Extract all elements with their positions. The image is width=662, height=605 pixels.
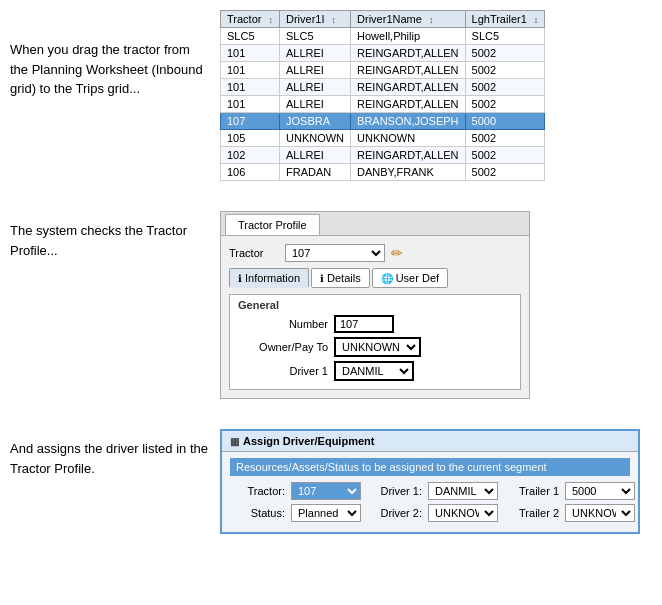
sort-icon-driver1name: ↕ (429, 15, 434, 25)
cell-lghtrl: 5002 (465, 130, 545, 147)
bottom-description: And assigns the driver listed in the Tra… (10, 429, 210, 478)
cell-tractor: 107 (221, 113, 280, 130)
tractor-assign-select[interactable]: 107 (291, 482, 361, 500)
table-row[interactable]: 101ALLREIREINGARDT,ALLEN5002 (221, 79, 545, 96)
table-row[interactable]: SLC5SLC5Howell,PhilipSLC5 (221, 28, 545, 45)
cell-tractor: 101 (221, 96, 280, 113)
cell-tractor: 106 (221, 164, 280, 181)
driver1-label: Driver 1 (238, 365, 328, 377)
field-row-number: Number 107 (238, 315, 512, 333)
table-row[interactable]: 107JOSBRABRANSON,JOSEPH5000 (221, 113, 545, 130)
table-row[interactable]: 101ALLREIREINGARDT,ALLEN5002 (221, 45, 545, 62)
cell-tractor: 101 (221, 45, 280, 62)
cell-lghtrl: SLC5 (465, 28, 545, 45)
cell-driver1name: BRANSON,JOSEPH (351, 113, 465, 130)
tractor-selector[interactable]: 107 (285, 244, 385, 262)
driver2-assign-select[interactable]: UNKNOWN (428, 504, 498, 522)
dialog-subtitle: Resources/Assets/Status to be assigned t… (230, 458, 630, 476)
cell-driver1name: REINGARDT,ALLEN (351, 147, 465, 164)
tab-userdef[interactable]: 🌐 User Def (372, 268, 448, 288)
cell-lghtrl: 5002 (465, 45, 545, 62)
cell-driver1name: REINGARDT,ALLEN (351, 45, 465, 62)
dialog-title-icon: ▦ (230, 436, 239, 447)
status-assign-label: Status: (230, 507, 285, 519)
owner-select[interactable]: UNKNOWN (334, 337, 421, 357)
table-header-row: Tractor ↕ Driver1I ↕ Driver1Name ↕ LghTr… (221, 11, 545, 28)
dialog-body: Resources/Assets/Status to be assigned t… (222, 452, 638, 532)
cell-lghtrl: 5002 (465, 79, 545, 96)
cell-driver1i: ALLREI (280, 96, 351, 113)
col-header-driver1i[interactable]: Driver1I ↕ (280, 11, 351, 28)
status-assign-select[interactable]: Planned (291, 504, 361, 522)
middle-description: The system checks the Tractor Profile... (10, 211, 210, 260)
driver2-assign-label: Driver 2: (367, 507, 422, 519)
dialog-title: Assign Driver/Equipment (243, 435, 374, 447)
owner-label: Owner/Pay To (238, 341, 328, 353)
cell-lghtrl: 5002 (465, 147, 545, 164)
cell-tractor: 105 (221, 130, 280, 147)
tractor-profile-tab[interactable]: Tractor Profile (225, 214, 320, 235)
table-row[interactable]: 101ALLREIREINGARDT,ALLEN5002 (221, 62, 545, 79)
cell-driver1i: SLC5 (280, 28, 351, 45)
tractor-field-label: Tractor (229, 247, 279, 259)
driver1-select[interactable]: DANMIL (334, 361, 414, 381)
trailer2-assign-select[interactable]: UNKNOWN (565, 504, 635, 522)
tractor-table: Tractor ↕ Driver1I ↕ Driver1Name ↕ LghTr… (220, 10, 545, 181)
tractor-profile-panel: Tractor Profile Tractor 107 ✏ ℹ Informat… (220, 211, 530, 399)
cell-driver1i: ALLREI (280, 147, 351, 164)
edit-tractor-icon[interactable]: ✏ (391, 245, 403, 261)
number-value: 107 (334, 315, 394, 333)
top-description: When you drag the tractor from the Plann… (10, 10, 210, 181)
cell-tractor: 102 (221, 147, 280, 164)
sort-icon-lghtrl: ↕ (534, 15, 539, 25)
sort-icon-tractor: ↕ (269, 15, 274, 25)
info-icon: ℹ (238, 273, 242, 284)
cell-driver1i: JOSBRA (280, 113, 351, 130)
general-section: General Number 107 Owner/Pay To UNKNOWN … (229, 294, 521, 390)
trailer1-assign-label: Trailer 1 (504, 485, 559, 497)
tab-information[interactable]: ℹ Information (229, 268, 309, 288)
table-row[interactable]: 102ALLREIREINGARDT,ALLEN5002 (221, 147, 545, 164)
cell-driver1name: Howell,Philip (351, 28, 465, 45)
general-title: General (238, 299, 512, 311)
cell-driver1name: DANBY,FRANK (351, 164, 465, 181)
trailer2-assign-label: Trailer 2 (504, 507, 559, 519)
field-row-owner: Owner/Pay To UNKNOWN (238, 337, 512, 357)
tractor-selector-row: Tractor 107 ✏ (229, 244, 521, 262)
panel-tab-bar: Tractor Profile (221, 212, 529, 236)
sub-tabs-bar: ℹ Information ℹ Details 🌐 User Def (229, 268, 521, 288)
table-row[interactable]: 101ALLREIREINGARDT,ALLEN5002 (221, 96, 545, 113)
cell-driver1i: ALLREI (280, 45, 351, 62)
tractor-assign-label: Tractor: (230, 485, 285, 497)
cell-driver1name: REINGARDT,ALLEN (351, 79, 465, 96)
cell-driver1name: REINGARDT,ALLEN (351, 62, 465, 79)
cell-lghtrl: 5002 (465, 164, 545, 181)
dialog-title-bar: ▦ Assign Driver/Equipment (222, 431, 638, 452)
cell-lghtrl: 5002 (465, 96, 545, 113)
panel-body: Tractor 107 ✏ ℹ Information ℹ Details 🌐 … (221, 236, 529, 398)
assign-dialog: ▦ Assign Driver/Equipment Resources/Asse… (220, 429, 640, 534)
col-header-driver1name[interactable]: Driver1Name ↕ (351, 11, 465, 28)
cell-driver1i: FRADAN (280, 164, 351, 181)
number-label: Number (238, 318, 328, 330)
trailer1-assign-select[interactable]: 5000 (565, 482, 635, 500)
cell-tractor: 101 (221, 62, 280, 79)
top-section: When you drag the tractor from the Plann… (0, 0, 662, 201)
cell-driver1i: ALLREI (280, 79, 351, 96)
field-row-driver1: Driver 1 DANMIL (238, 361, 512, 381)
table-row[interactable]: 105UNKNOWNUNKNOWN5002 (221, 130, 545, 147)
cell-driver1name: REINGARDT,ALLEN (351, 96, 465, 113)
middle-section: The system checks the Tractor Profile...… (0, 201, 662, 419)
table-row[interactable]: 106FRADANDANBY,FRANK5002 (221, 164, 545, 181)
driver1-assign-select[interactable]: DANMIL (428, 482, 498, 500)
driver1-assign-label: Driver 1: (367, 485, 422, 497)
col-header-tractor[interactable]: Tractor ↕ (221, 11, 280, 28)
details-icon: ℹ (320, 273, 324, 284)
tab-details[interactable]: ℹ Details (311, 268, 370, 288)
cell-driver1i: UNKNOWN (280, 130, 351, 147)
tractor-grid-container: Tractor ↕ Driver1I ↕ Driver1Name ↕ LghTr… (220, 10, 652, 181)
bottom-section: And assigns the driver listed in the Tra… (0, 419, 662, 544)
cell-lghtrl: 5002 (465, 62, 545, 79)
col-header-lghtrl[interactable]: LghTrailer1 ↕ (465, 11, 545, 28)
cell-lghtrl: 5000 (465, 113, 545, 130)
